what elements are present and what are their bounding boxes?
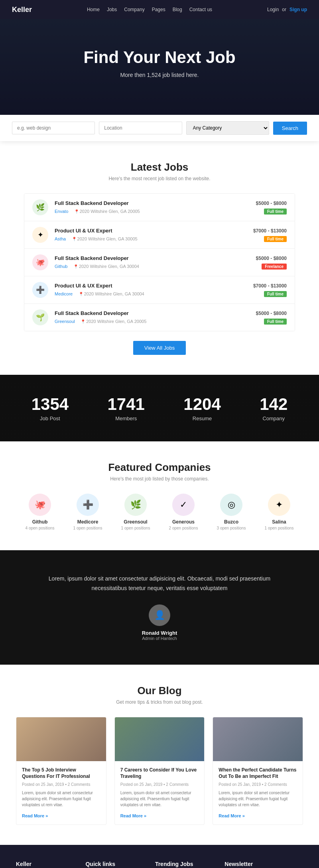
blog-read-more[interactable]: Read More »	[120, 813, 146, 818]
blog-card[interactable]: The Top 5 Job Interview Questions For IT…	[16, 717, 106, 825]
job-info: Full Stack Backend Developer Envato 2020…	[55, 200, 256, 215]
company-positions: 1 open positions	[261, 526, 297, 530]
footer-newsletter-title: Newsletter	[224, 861, 303, 867]
blog-title: Our Blog	[16, 685, 303, 697]
stat-item: 1354 Job Post	[32, 395, 69, 421]
hero-section: Find Your Next Job More then 1,524 job l…	[0, 19, 319, 115]
stat-number: 1204	[183, 395, 221, 414]
blog-read-more[interactable]: Read More »	[219, 813, 244, 818]
company-positions: 2 open positions	[165, 526, 201, 530]
blog-card[interactable]: When the Perfect Candidate Turns Out To …	[213, 717, 303, 825]
job-salary: $5000 - $8000	[256, 311, 287, 316]
nav-jobs[interactable]: Jobs	[107, 7, 117, 12]
job-logo: 🌿	[32, 199, 48, 215]
company-name: Greensoul	[118, 519, 154, 525]
job-salary: $7000 - $13000	[253, 283, 287, 289]
blog-card[interactable]: 7 Careers to Consider If You Love Travel…	[114, 717, 205, 825]
job-info: Product UI & UX Expert Astha 2020 Wiltsh…	[55, 228, 253, 242]
job-item[interactable]: ➕ Product UI & UX Expert Medicore 2020 W…	[24, 276, 295, 304]
footer-brand: Keller	[16, 861, 73, 867]
blog-image	[115, 717, 205, 761]
job-right: $5000 - $8000 Full time	[256, 311, 287, 325]
company-card[interactable]: 🐙 Github 4 open positions	[22, 494, 58, 530]
hero-subtitle: More then 1,524 job listed here.	[83, 72, 235, 78]
job-item[interactable]: 🌿 Full Stack Backend Developer Envato 20…	[24, 194, 295, 221]
job-item[interactable]: ✦ Product UI & UX Expert Astha 2020 Wilt…	[24, 221, 295, 249]
search-location-input[interactable]	[99, 122, 182, 134]
job-salary: $5000 - $8000	[256, 201, 287, 206]
stat-item: 142 Company	[260, 395, 287, 421]
company-card[interactable]: ➕ Medicore 1 open positions	[70, 494, 106, 530]
search-keyword-input[interactable]	[12, 122, 95, 134]
job-logo: 🐙	[32, 254, 48, 270]
company-positions: 1 open positions	[70, 526, 106, 530]
nav-pages[interactable]: Pages	[152, 7, 165, 12]
blog-read-more[interactable]: Read More »	[22, 813, 48, 818]
footer-quick-links: Quick links Post New JobJobs ListCandida…	[85, 861, 143, 868]
nav-blog[interactable]: Blog	[173, 7, 182, 12]
nav-company[interactable]: Company	[124, 7, 144, 12]
company-card[interactable]: ◎ Buzco 3 open positions	[213, 494, 249, 530]
company-positions: 4 open positions	[22, 526, 58, 530]
footer-trending-title: Trending Jobs	[155, 861, 213, 867]
job-company: Github	[55, 264, 67, 269]
stats-section: 1354 Job Post 1741 Members 1204 Resume 1…	[0, 375, 319, 441]
company-positions: 1 open positions	[118, 526, 154, 530]
blog-post-title: 7 Careers to Consider If You Love Travel…	[120, 767, 199, 780]
featured-companies-section: Featured Companies Here's the most job l…	[0, 441, 319, 550]
job-title: Product UI & UX Expert	[55, 283, 253, 289]
footer-newsletter: Newsletter Subscribe to our newsletter &…	[224, 861, 303, 868]
job-title: Full Stack Backend Developer	[55, 310, 256, 316]
nav-auth: Login or Sign up	[267, 7, 307, 12]
search-button[interactable]: Search	[273, 122, 307, 135]
job-badge: Full time	[264, 236, 287, 242]
footer-quick-links-title: Quick links	[85, 861, 143, 867]
nav-login[interactable]: Login	[267, 7, 279, 12]
testimonial-quote: Lorem, ipsum dolor sit amet consectetur …	[40, 574, 279, 593]
latest-jobs-section: Latest Jobs Here's the most recent job l…	[0, 141, 319, 375]
nav-home[interactable]: Home	[87, 7, 100, 12]
job-title: Product UI & UX Expert	[55, 228, 253, 234]
navbar: Keller Home Jobs Company Pages Blog Cont…	[0, 0, 319, 19]
footer-about: Keller Lorem ipsum dolor sit amet con se…	[16, 861, 73, 868]
job-company: Medicore	[55, 291, 73, 296]
stat-number: 1354	[32, 395, 69, 414]
job-item[interactable]: 🌱 Full Stack Backend Developer Greensoul…	[24, 304, 295, 331]
featured-companies-subtitle: Here's the most job listed by those comp…	[16, 476, 303, 482]
view-all-wrap: View All Jobs	[24, 341, 295, 355]
latest-jobs-title: Latest Jobs	[24, 161, 295, 173]
job-company: Envato	[55, 209, 68, 214]
job-badge: Full time	[264, 319, 287, 325]
company-card[interactable]: ✦ Salina 1 open positions	[261, 494, 297, 530]
testimonial-name: Ronald Wright	[40, 630, 279, 636]
job-list: 🌿 Full Stack Backend Developer Envato 20…	[24, 193, 295, 331]
blog-image	[16, 717, 106, 761]
job-badge: Freelance	[262, 264, 287, 270]
job-right: $7000 - $13000 Full time	[253, 283, 287, 297]
job-company: Greensoul	[55, 319, 75, 324]
footer: Keller Lorem ipsum dolor sit amet con se…	[0, 845, 319, 868]
stat-label: Members	[108, 415, 145, 421]
search-category-select[interactable]: Any Category	[186, 121, 269, 135]
job-badge: Full time	[264, 209, 287, 215]
stat-number: 1741	[108, 395, 145, 414]
company-card[interactable]: 🌿 Greensoul 1 open positions	[118, 494, 154, 530]
blog-meta: Posted on 25 Jan, 2019 • 2 Comments	[22, 782, 100, 787]
hero-title: Find Your Next Job	[83, 48, 235, 67]
blog-grid: The Top 5 Job Interview Questions For IT…	[16, 717, 303, 825]
company-card[interactable]: ✓ Generous 2 open positions	[165, 494, 201, 530]
featured-companies-title: Featured Companies	[16, 461, 303, 474]
testimonial-role: Admin of Hantech	[40, 636, 279, 641]
job-item[interactable]: 🐙 Full Stack Backend Developer Github 20…	[24, 249, 295, 276]
job-location: 2020 Wiltshire Glen, GA 20005	[81, 319, 146, 324]
testimonial-section: Lorem, ipsum dolor sit amet consectetur …	[0, 550, 319, 665]
job-title: Full Stack Backend Developer	[55, 200, 256, 206]
nav-signup[interactable]: Sign up	[289, 7, 307, 12]
company-icon: ➕	[77, 494, 99, 516]
company-icon: 🐙	[29, 494, 51, 516]
view-all-button[interactable]: View All Jobs	[133, 341, 186, 355]
blog-image	[213, 717, 303, 761]
company-icon: 🌿	[124, 494, 147, 516]
job-salary: $7000 - $13000	[253, 228, 287, 234]
nav-contact[interactable]: Contact us	[189, 7, 212, 12]
